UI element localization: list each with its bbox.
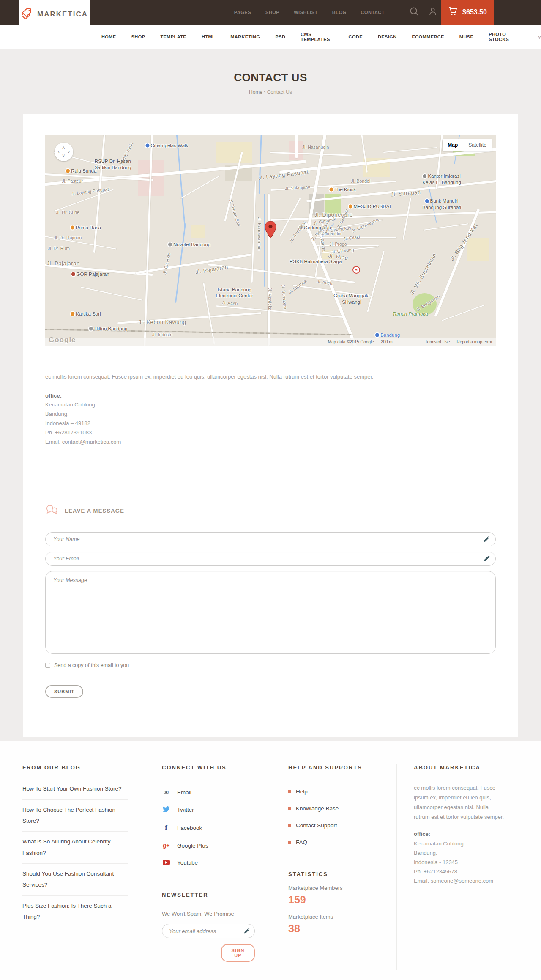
pan-left-icon[interactable]: ‹ — [58, 149, 60, 154]
category-nav-item[interactable]: PHOTO STOCKS — [489, 32, 519, 42]
map-label: RSKB Halmahera Siaga — [290, 258, 342, 264]
office-address-line: Indonesia – 49182 — [45, 419, 496, 428]
pan-up-icon[interactable]: ˄ — [62, 145, 65, 150]
map-attribution: Map data ©2015 Google 200 m Terms of Use… — [45, 338, 496, 346]
top-navigation: PAGESSHOPWISHLISTBLOGCONTACT — [234, 0, 385, 25]
map-scale: 200 m — [381, 340, 418, 344]
category-nav-item[interactable]: HOME — [101, 34, 116, 39]
email-icon: ✉ — [162, 788, 170, 796]
map-label: Jl. Dr. Rajman — [54, 235, 82, 241]
category-nav-item[interactable]: CMS TEMPLATES — [301, 32, 333, 42]
map-label: Jl. Pajajaran — [47, 260, 80, 267]
send-copy-checkbox[interactable] — [45, 663, 50, 668]
social-link-facebook[interactable]: f Facebook — [162, 818, 255, 837]
twitter-icon — [162, 806, 170, 813]
name-input[interactable] — [45, 532, 496, 546]
map-label: MESJID PUSDAI — [348, 203, 391, 210]
about-text: ec mollis lorem consequat. Fusce ipsum e… — [414, 783, 506, 822]
statistic-value: 159 — [288, 894, 380, 906]
top-nav-item[interactable]: WISHLIST — [294, 10, 318, 15]
footer-office-label: office: — [414, 831, 430, 837]
top-nav-item[interactable]: CONTACT — [361, 10, 385, 15]
google-plus-icon: g+ — [162, 842, 170, 849]
social-link-googleplus[interactable]: g+ Google Plus — [162, 837, 255, 854]
pan-down-icon[interactable]: ˅ — [62, 154, 65, 158]
submit-button[interactable]: SUBMIT — [45, 685, 83, 698]
office-label: office: — [45, 393, 62, 399]
breadcrumb-home-link[interactable]: Home — [249, 89, 262, 95]
footer-office-line: Email. someone@someone.com — [414, 876, 506, 886]
category-nav-item[interactable]: TEMPLATE — [160, 34, 186, 39]
message-form-heading: LEAVE A MESSAGE — [65, 508, 124, 514]
map-label: RSUP Dr. Hasan Sadikin Bandung — [94, 158, 131, 171]
map-label: Istana Bandung Electronic Center — [216, 287, 253, 299]
chevron-double-down-icon[interactable]: » — [537, 36, 541, 38]
send-copy-row: Send a copy of this email to you — [45, 662, 496, 668]
map-label: Jl. Kebon Kawung — [139, 319, 186, 326]
top-nav-item[interactable]: SHOP — [265, 10, 279, 15]
google-logo: Google — [49, 336, 76, 344]
pan-right-icon[interactable]: › — [68, 149, 70, 154]
social-link-email[interactable]: ✉ Email — [162, 783, 255, 801]
category-nav-item[interactable]: MUSE — [459, 34, 473, 39]
square-bullet-icon — [288, 824, 291, 827]
office-address-line: Bandung. — [45, 409, 496, 419]
footer-help-link[interactable]: FAQ — [288, 834, 380, 851]
social-link-twitter[interactable]: Twitter — [162, 801, 255, 818]
footer-blog-heading: FROM OUR BLOG — [22, 764, 128, 771]
signup-button[interactable]: SIGN UP — [221, 944, 255, 962]
page-title: CONTACT US — [0, 71, 541, 84]
social-link-youtube[interactable]: Youtube — [162, 854, 255, 871]
footer-blog-link[interactable]: Plus Size Fashion: Is There Such a Thing… — [22, 896, 128, 928]
map-type-satellite-button[interactable]: Satellite — [463, 139, 492, 151]
footer-about-heading: ABOUT MARKETICA — [414, 764, 506, 771]
map-label: Jl. Cicendo — [162, 252, 172, 275]
category-nav-item[interactable]: CODE — [349, 34, 363, 39]
map-label: Prima Rasa — [71, 225, 101, 231]
top-nav-item[interactable]: BLOG — [332, 10, 347, 15]
content-card: Cihampelas WalkJl. HasanudinJl. Haji Yas… — [23, 114, 518, 737]
map-label: Jl. Layang Pasupati — [71, 187, 110, 197]
category-nav-item[interactable]: HTML — [202, 34, 215, 39]
map-label: Jl. Cipunagara — [351, 217, 379, 234]
map-label: Jl. Bondol — [351, 178, 370, 184]
footer-blog-link[interactable]: What is So Alluring About Celebrity Fash… — [22, 832, 128, 864]
office-address-line: Email. contact@marketica.com — [45, 437, 496, 447]
contact-intro-text: ec mollis lorem consequat. Fusce ipsum e… — [45, 373, 496, 381]
pen-icon — [244, 928, 250, 936]
statistic-value: 38 — [288, 922, 380, 935]
map-pan-control[interactable]: ˄ ‹ › ˅ — [55, 143, 73, 161]
newsletter-email-input[interactable] — [162, 924, 255, 938]
map-type-map-button[interactable]: Map — [443, 139, 463, 151]
google-map[interactable]: Cihampelas WalkJl. HasanudinJl. Haji Yas… — [45, 135, 496, 346]
top-nav-item[interactable]: PAGES — [234, 10, 251, 15]
search-icon[interactable] — [410, 7, 419, 18]
footer-blog-link[interactable]: Should You Use Fashion Consultant Servic… — [22, 864, 128, 896]
footer-blog-link[interactable]: How To Start Your Own Fashion Store? — [22, 783, 128, 799]
footer-help-link[interactable]: Knowladge Base — [288, 800, 380, 817]
report-map-error-link[interactable]: Report a map error — [457, 340, 492, 344]
brand-logo[interactable]: MARKETICA — [19, 0, 90, 49]
footer-help-link[interactable]: Help — [288, 783, 380, 800]
tag-logo-icon — [20, 7, 33, 22]
map-label: Jl. Merdeka — [267, 288, 273, 310]
office-address-block: office: Kecamatan CoblongBandung.Indones… — [45, 391, 496, 447]
youtube-icon — [162, 859, 170, 866]
map-label: Jl. Wr. Supratman — [409, 252, 438, 296]
category-nav-item[interactable]: DESIGN — [378, 34, 397, 39]
chat-bubbles-icon — [45, 504, 59, 517]
footer-blog-link[interactable]: How To Choose The Perfect Fashion Store? — [22, 800, 128, 832]
cart-button[interactable]: $653.50 — [441, 0, 494, 25]
email-input[interactable] — [45, 552, 496, 566]
category-nav-item[interactable]: SHOP — [131, 34, 145, 39]
category-nav-item[interactable]: MARKETING — [230, 34, 260, 39]
message-textarea[interactable] — [45, 571, 496, 654]
terms-of-use-link[interactable]: Terms of Use — [425, 340, 450, 344]
category-nav-item[interactable]: ECOMMERCE — [412, 34, 444, 39]
footer-office-line: Kecamatan Coblong — [414, 839, 506, 848]
account-icon[interactable] — [428, 7, 437, 18]
footer-help-link[interactable]: Contact Support — [288, 817, 380, 834]
facebook-icon: f — [162, 824, 170, 832]
category-nav-item[interactable]: PSD — [275, 34, 285, 39]
pen-icon — [484, 555, 490, 563]
